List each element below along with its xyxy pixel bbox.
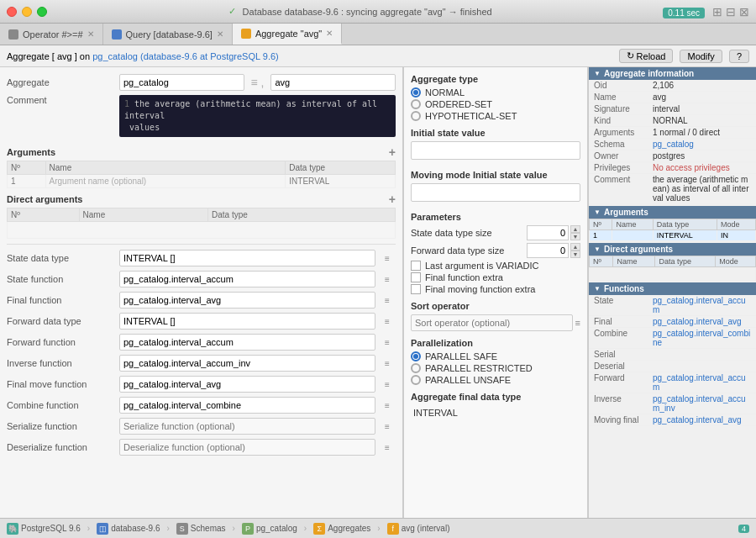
maximize-button[interactable] [37, 7, 47, 17]
tab-operator[interactable]: Operator #>=# ✕ [0, 24, 103, 45]
radio-ordered-set[interactable]: ORDERED-SET [411, 99, 580, 109]
final-function-icon[interactable]: ≡ [379, 296, 396, 305]
final-function-input[interactable] [119, 292, 375, 309]
radio-normal[interactable]: NORMAL [411, 87, 580, 98]
final-moving-extra-checkbox[interactable] [411, 284, 421, 294]
inverse-function-input[interactable] [119, 355, 375, 372]
sort-operator-row: ≡ [411, 314, 580, 331]
forward-function-icon[interactable]: ≡ [379, 338, 396, 347]
status-database[interactable]: ◫ database-9.6 [97, 523, 160, 535]
forward-size-up[interactable]: ▲ [570, 243, 580, 251]
state-data-type-icon[interactable]: ≡ [379, 254, 396, 263]
owner-row: Owner postgres [589, 150, 756, 162]
inverse-function-icon[interactable]: ≡ [379, 359, 396, 368]
rp-arguments-header[interactable]: ▼ Arguments [589, 206, 756, 219]
final-extra-checkbox[interactable] [411, 272, 421, 282]
postgres-icon: 🐘 [7, 523, 18, 535]
radio-ordered-set-dot [411, 99, 421, 109]
state-data-type-row: State data type ≡ [7, 250, 396, 266]
col-num: Nº [8, 161, 46, 175]
modify-button[interactable]: Modify [680, 50, 722, 63]
state-function-input[interactable] [119, 271, 375, 287]
tab-aggregate[interactable]: Aggregate "avg" ✕ [233, 24, 342, 45]
radio-parallel-safe[interactable]: PARALLEL SAFE [411, 351, 580, 361]
aggregate-info-header[interactable]: ▼ Aggregate information [589, 67, 756, 80]
inverse-function-label: Inverse function [7, 358, 116, 368]
state-data-type-input[interactable] [119, 250, 375, 266]
rp-direct-arrow: ▼ [594, 245, 601, 253]
tab-operator-close[interactable]: ✕ [87, 29, 94, 39]
final-move-function-input[interactable] [119, 376, 375, 393]
last-variadic-checkbox[interactable] [411, 261, 421, 271]
state-size-down[interactable]: ▼ [570, 233, 580, 240]
state-size-spinner: ▲ ▼ [570, 225, 580, 240]
status-pg-catalog[interactable]: P pg_catalog [242, 523, 297, 535]
radio-parallel-unsafe[interactable]: PARALLEL UNSAFE [411, 375, 580, 385]
schema-link[interactable]: pg_catalog [92, 51, 138, 61]
forward-size-down[interactable]: ▼ [570, 251, 580, 258]
reload-button[interactable]: ↻ Reload [619, 49, 674, 63]
status-aggregates[interactable]: Σ Aggregates [313, 523, 370, 535]
initial-state-input[interactable]: {0 second,0 second} [411, 141, 580, 160]
radio-parallel-restricted[interactable]: PARALLEL RESTRICTED [411, 363, 580, 373]
tab-query-close[interactable]: ✕ [217, 29, 223, 39]
state-size-up[interactable]: ▲ [570, 225, 580, 233]
deserialize-function-input[interactable] [119, 439, 375, 456]
add-direct-argument-button[interactable]: + [389, 193, 396, 205]
arguments-table: Nº Name Data type 1 Argument name (optio… [7, 161, 396, 188]
final-extra-row[interactable]: Final function extra [411, 272, 580, 282]
close-button[interactable] [7, 7, 17, 17]
tab-aggregate-close[interactable]: ✕ [326, 29, 333, 38]
aggregate-schema-input[interactable] [119, 74, 244, 91]
forward-data-type-icon[interactable]: ≡ [379, 317, 396, 326]
comment-row: Comment 1the average (arithmetic mean) a… [7, 95, 396, 142]
minimize-button[interactable] [22, 7, 32, 17]
privileges-row: Privileges No access privileges [589, 162, 756, 174]
combine-function-icon[interactable]: ≡ [379, 401, 396, 410]
comma-sep: ≡ , [251, 76, 265, 89]
add-argument-button[interactable]: + [389, 146, 396, 158]
arguments-header: Arguments + [7, 146, 396, 158]
tab-query[interactable]: Query [database-9.6] ✕ [103, 24, 233, 45]
pg-catalog-label: pg_catalog [256, 524, 297, 533]
window-controls[interactable]: ⊞ ⊟ ⊠ [712, 5, 749, 18]
sort-operator-header: Sort operator [411, 301, 580, 311]
rp-col-num: Nº [590, 219, 612, 230]
status-schemas[interactable]: S Schemas [176, 523, 226, 535]
radio-hypothetical-set[interactable]: HYPOTHETICAL-SET [411, 111, 580, 121]
forward-size-input[interactable] [527, 243, 569, 258]
help-button[interactable]: ? [729, 50, 749, 63]
right-panel: ▼ Aggregate information Oid 2,106 Name a… [588, 67, 756, 518]
state-function-icon[interactable]: ≡ [379, 275, 396, 284]
signature-row: Signature interval [589, 103, 756, 115]
aggregate-type-section: Aggregate type NORMAL ORDERED-SET HYPOTH… [411, 74, 580, 121]
status-postgres[interactable]: 🐘 PostgreSQL 9.6 [7, 523, 81, 535]
combine-function-label: Combine function [7, 400, 116, 410]
final-move-function-icon[interactable]: ≡ [379, 380, 396, 389]
rp-functions-header[interactable]: ▼ Functions [589, 282, 756, 295]
direct-arguments-header: Direct arguments + [7, 193, 396, 205]
col-datatype: Data type [208, 208, 396, 222]
last-variadic-row[interactable]: Last argument is VARIADIC [411, 261, 580, 271]
status-item[interactable]: f avg (interval) [387, 523, 450, 535]
rp-direct-header[interactable]: ▼ Direct arguments [589, 243, 756, 256]
tab-query-label: Query [database-9.6] [126, 29, 213, 40]
forward-function-input[interactable] [119, 334, 375, 351]
main-layout: Aggregate ≡ , Comment 1the average (arit… [0, 67, 756, 518]
left-panel: Aggregate ≡ , Comment 1the average (arit… [0, 67, 403, 518]
serialize-function-label: Serialize function [7, 421, 116, 431]
deserialize-function-icon[interactable]: ≡ [379, 443, 396, 452]
final-move-function-row: Final move function ≡ [7, 376, 396, 393]
serialize-function-icon[interactable]: ≡ [379, 422, 396, 431]
final-moving-extra-row[interactable]: Final moving function extra [411, 284, 580, 294]
combine-function-input[interactable] [119, 397, 375, 414]
sort-operator-input[interactable] [411, 314, 573, 331]
aggregate-name-input[interactable] [270, 74, 396, 91]
forward-data-type-input[interactable] [119, 313, 375, 330]
col-name: Name [79, 208, 208, 222]
schemas-icon: S [176, 523, 188, 535]
serialize-function-input[interactable] [119, 418, 375, 435]
moving-mode-input[interactable]: {0 second,0 second} [411, 183, 580, 202]
sort-operator-icon[interactable]: ≡ [575, 318, 580, 328]
state-size-input[interactable] [527, 225, 569, 240]
